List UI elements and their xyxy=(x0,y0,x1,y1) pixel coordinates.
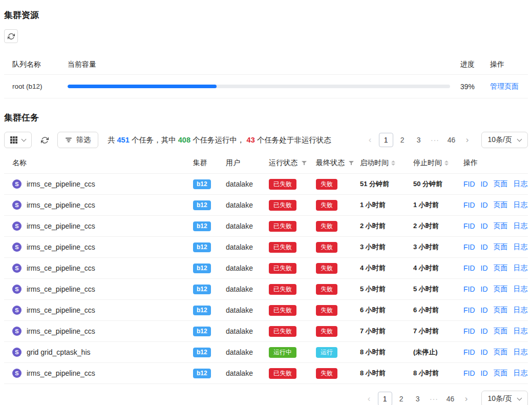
chevron-down-icon xyxy=(517,396,522,401)
action-link-id[interactable]: ID xyxy=(481,180,488,188)
task-user: datalake xyxy=(226,264,269,272)
action-link-page[interactable]: 页面 xyxy=(494,242,508,252)
column-header-user: 用户 xyxy=(226,158,269,168)
cluster-badge: b12 xyxy=(193,200,211,210)
action-link-page[interactable]: 页面 xyxy=(494,179,508,189)
page-item-1[interactable]: 1 xyxy=(378,392,392,405)
page-item-3[interactable]: 3 xyxy=(412,133,426,147)
column-header-stop-time[interactable]: 停止时间 xyxy=(413,158,463,168)
action-link-id[interactable]: ID xyxy=(481,285,488,293)
run-status-badge: 已失败 xyxy=(269,368,296,379)
final-status-badge: 失败 xyxy=(316,284,337,295)
action-link-fid[interactable]: FID xyxy=(463,201,475,209)
column-header-final-status[interactable]: 最终状态 xyxy=(316,158,360,168)
avatar: S xyxy=(12,179,22,189)
sort-icon[interactable] xyxy=(391,160,395,166)
table-row: S irms_ce_pipeline_ccs b12 datalake 已失败 … xyxy=(4,258,528,279)
next-page-button[interactable]: › xyxy=(461,133,474,147)
task-name: grid grid_cptask_his xyxy=(27,348,91,356)
page-item-46[interactable]: 46 xyxy=(443,392,458,405)
action-link-page[interactable]: 页面 xyxy=(494,285,508,294)
action-link-log[interactable]: 日志 xyxy=(514,327,528,336)
pagination: ‹ 123···46 › xyxy=(364,133,474,147)
stopped-task-count: 43 xyxy=(247,136,255,144)
action-link-id[interactable]: ID xyxy=(481,243,488,251)
task-user: datalake xyxy=(226,348,269,356)
start-time: 5 小时前 xyxy=(360,285,413,294)
tasks-toolbar: 筛选 共 451 个任务，其中 408 个任务运行中， 43 个任务处于非运行状… xyxy=(4,132,528,148)
action-link-fid[interactable]: FID xyxy=(463,222,475,230)
action-link-id[interactable]: ID xyxy=(481,348,488,356)
action-link-id[interactable]: ID xyxy=(481,327,488,335)
page-item-2[interactable]: 2 xyxy=(395,133,410,147)
action-link-page[interactable]: 页面 xyxy=(494,327,508,336)
page-item-2[interactable]: 2 xyxy=(394,392,409,405)
manage-page-link[interactable]: 管理页面 xyxy=(490,82,519,90)
action-link-log[interactable]: 日志 xyxy=(514,221,528,231)
refresh-tasks-button[interactable] xyxy=(39,134,50,146)
sort-icon[interactable] xyxy=(444,160,449,166)
run-status-badge: 已失败 xyxy=(269,200,296,211)
final-status-badge: 失败 xyxy=(316,200,337,211)
filter-funnel-icon[interactable] xyxy=(301,160,307,166)
action-link-id[interactable]: ID xyxy=(481,222,488,230)
pagination: ‹ 123···46 › xyxy=(363,392,473,405)
prev-page-button[interactable]: ‹ xyxy=(364,133,377,147)
cluster-badge: b12 xyxy=(193,221,211,231)
action-link-log[interactable]: 日志 xyxy=(514,264,528,273)
action-link-fid[interactable]: FID xyxy=(463,327,475,335)
queue-name: root (b12) xyxy=(4,83,68,90)
column-header-run-status[interactable]: 运行状态 xyxy=(269,158,316,168)
filter-button[interactable]: 筛选 xyxy=(57,132,98,148)
action-link-fid[interactable]: FID xyxy=(463,306,475,314)
table-footer: ‹ 123···46 › 10条/页 xyxy=(4,391,528,405)
page-size-select[interactable]: 10条/页 xyxy=(481,132,528,148)
column-settings-button[interactable] xyxy=(4,132,32,148)
filter-funnel-icon[interactable] xyxy=(348,160,354,166)
prev-page-button[interactable]: ‹ xyxy=(363,392,376,405)
action-link-page[interactable]: 页面 xyxy=(494,221,508,231)
page-size-select[interactable]: 10条/页 xyxy=(481,391,528,405)
refresh-resources-button[interactable] xyxy=(4,29,18,43)
action-link-fid[interactable]: FID xyxy=(463,180,475,188)
action-link-log[interactable]: 日志 xyxy=(514,369,528,378)
task-name: irms_ce_pipeline_ccs xyxy=(27,306,95,314)
action-link-id[interactable]: ID xyxy=(481,201,488,209)
final-status-badge: 失败 xyxy=(316,326,337,337)
cluster-resources-section: 集群资源 队列名称 当前容量 进度 操作 root (b12) xyxy=(4,9,528,98)
page-item-1[interactable]: 1 xyxy=(379,133,393,147)
page-item-3[interactable]: 3 xyxy=(411,392,425,405)
action-link-fid[interactable]: FID xyxy=(463,264,475,272)
action-link-log[interactable]: 日志 xyxy=(514,242,528,252)
filter-lines-icon xyxy=(65,136,72,144)
task-name: irms_ce_pipeline_ccs xyxy=(27,180,95,188)
cluster-tasks-section: 集群任务 xyxy=(4,112,528,405)
action-link-log[interactable]: 日志 xyxy=(514,348,528,357)
run-status-badge: 已失败 xyxy=(269,305,296,316)
action-link-log[interactable]: 日志 xyxy=(514,179,528,189)
action-link-id[interactable]: ID xyxy=(481,306,488,314)
page-ellipsis: ··· xyxy=(428,133,442,147)
next-page-button[interactable]: › xyxy=(460,392,473,405)
action-link-fid[interactable]: FID xyxy=(463,243,475,251)
action-link-page[interactable]: 页面 xyxy=(494,200,508,210)
cluster-badge: b12 xyxy=(193,327,211,336)
page-item-46[interactable]: 46 xyxy=(444,133,459,147)
table-row: root (b12) 39% 管理页面 xyxy=(4,75,528,98)
action-link-log[interactable]: 日志 xyxy=(514,200,528,210)
stop-time: 4 小时前 xyxy=(413,264,463,273)
action-link-page[interactable]: 页面 xyxy=(494,348,508,357)
action-link-log[interactable]: 日志 xyxy=(514,306,528,315)
task-user: datalake xyxy=(226,180,269,188)
stop-time: 8 小时前 xyxy=(413,369,463,378)
action-link-fid[interactable]: FID xyxy=(463,285,475,293)
column-header-start-time[interactable]: 启动时间 xyxy=(360,158,413,168)
action-link-id[interactable]: ID xyxy=(481,369,488,377)
action-link-page[interactable]: 页面 xyxy=(494,264,508,273)
action-link-page[interactable]: 页面 xyxy=(494,369,508,378)
action-link-id[interactable]: ID xyxy=(481,264,488,272)
action-link-log[interactable]: 日志 xyxy=(514,285,528,294)
action-link-fid[interactable]: FID xyxy=(463,369,475,377)
action-link-page[interactable]: 页面 xyxy=(494,306,508,315)
action-link-fid[interactable]: FID xyxy=(463,348,475,356)
